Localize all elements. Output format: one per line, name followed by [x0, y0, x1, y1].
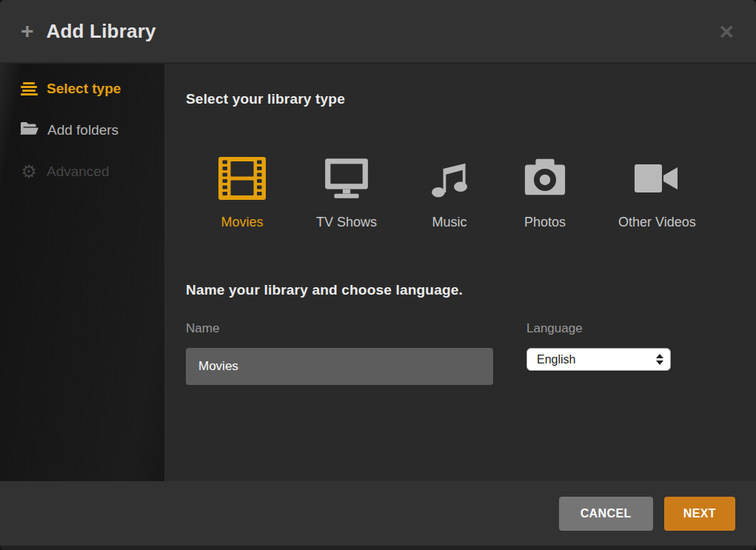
dialog-header: + Add Library × [0, 0, 756, 64]
library-type-label: Music [432, 215, 467, 230]
library-type-label: Photos [524, 215, 566, 230]
name-language-row: Name Language English [186, 321, 734, 385]
tv-icon [322, 155, 371, 202]
music-note-icon [427, 155, 472, 202]
library-name-input[interactable] [186, 348, 493, 385]
library-type-music[interactable]: Music [427, 155, 472, 230]
library-type-tv-shows[interactable]: TV Shows [316, 155, 377, 230]
cancel-button[interactable]: CANCEL [559, 497, 653, 531]
list-bars-icon [20, 82, 38, 95]
library-type-photos[interactable]: Photos [522, 155, 568, 230]
close-icon[interactable]: × [719, 19, 734, 44]
type-heading: Select your library type [186, 91, 734, 107]
name-heading: Name your library and choose language. [186, 282, 734, 298]
folder-open-icon [20, 121, 39, 140]
library-type-label: Other Videos [618, 215, 696, 230]
name-label: Name [186, 321, 493, 336]
main-panel: Select your library type [164, 64, 756, 481]
film-icon [218, 155, 266, 202]
library-type-other-videos[interactable]: Other Videos [618, 155, 696, 230]
dialog-footer: CANCEL NEXT [0, 481, 756, 546]
select-stepper-icon [656, 354, 663, 365]
gear-icon: ⚙ [20, 163, 38, 181]
steps-sidebar: Select type Add folders ⚙ Advanced [0, 64, 164, 481]
sidebar-item-label: Add folders [47, 122, 118, 138]
library-type-label: Movies [221, 215, 263, 230]
sidebar-item-label: Advanced [47, 164, 110, 180]
language-select[interactable]: English [526, 348, 671, 371]
dialog-title: Add Library [47, 20, 156, 43]
sidebar-item-add-folders[interactable]: Add folders [0, 110, 164, 151]
sidebar-item-advanced[interactable]: ⚙ Advanced [0, 151, 164, 192]
library-type-label: TV Shows [316, 215, 377, 230]
dialog-bottom-edge [0, 546, 756, 550]
sidebar-item-label: Select type [47, 81, 121, 97]
name-field-group: Name [186, 321, 493, 385]
camera-icon [522, 155, 568, 202]
dialog-body: Select type Add folders ⚙ Advanced Selec… [0, 64, 756, 481]
next-button[interactable]: NEXT [664, 497, 735, 531]
language-select-value: English [537, 353, 656, 366]
library-type-movies[interactable]: Movies [218, 155, 266, 230]
video-camera-icon [633, 155, 680, 202]
library-type-row: Movies TV Shows [218, 155, 734, 230]
language-label: Language [526, 321, 671, 336]
add-library-dialog: + Add Library × Select type Add folders [0, 0, 756, 550]
language-field-group: Language English [526, 321, 671, 385]
sidebar-item-select-type[interactable]: Select type [0, 68, 164, 110]
plus-icon: + [21, 20, 34, 42]
